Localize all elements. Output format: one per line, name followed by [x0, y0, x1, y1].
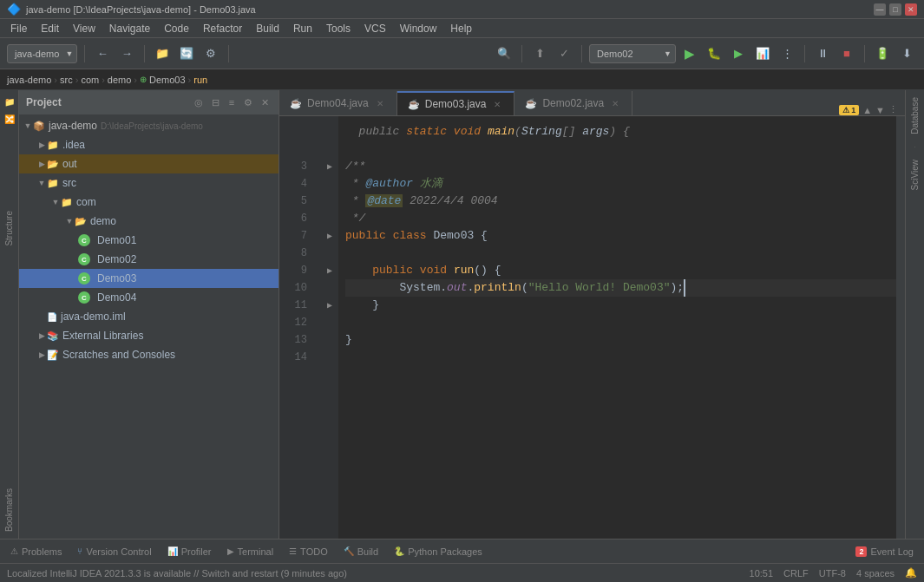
- breadcrumb-demo[interactable]: demo: [108, 75, 132, 85]
- status-notifications-icon[interactable]: 🔔: [905, 567, 917, 579]
- locate-file-icon[interactable]: ◎: [192, 95, 206, 109]
- breadcrumb-project[interactable]: java-demo: [7, 75, 51, 85]
- editor-scrollbar[interactable]: [896, 116, 905, 539]
- menu-build[interactable]: Build: [249, 21, 286, 36]
- sciview-panel-label[interactable]: SciView: [910, 156, 920, 193]
- project-dropdown[interactable]: java-demo ▼: [7, 44, 77, 63]
- project-panel: Project ◎ ⊟ ≡ ⚙ ✕ ▼ 📦 java-demo D:\IdeaP…: [19, 90, 279, 539]
- menu-view[interactable]: View: [66, 21, 102, 36]
- tree-demo[interactable]: ▼ 📂 demo: [19, 212, 279, 231]
- search-button[interactable]: 🔍: [494, 43, 514, 64]
- problems-tab[interactable]: ⚠ Problems: [3, 542, 69, 561]
- stop-button[interactable]: ■: [836, 43, 857, 64]
- tab-demo03[interactable]: ☕ Demo03.java ✕: [397, 91, 515, 115]
- structure-toggle-icon[interactable]: 🔀: [2, 111, 17, 127]
- menu-refactor[interactable]: Refactor: [196, 21, 249, 36]
- menu-navigate[interactable]: Navigate: [102, 21, 157, 36]
- menu-code[interactable]: Code: [157, 21, 196, 36]
- run-config-dropdown[interactable]: Demo02 ▼: [589, 44, 676, 63]
- tree-demo03[interactable]: C Demo03: [19, 269, 279, 288]
- tabs-more-icon[interactable]: ⋮: [888, 104, 898, 115]
- new-button[interactable]: 📁: [152, 43, 173, 64]
- profiler-tab[interactable]: 📊 Profiler: [161, 542, 219, 561]
- breadcrumb-src[interactable]: src: [60, 75, 73, 85]
- code-content[interactable]: public static void main(String[] args) {…: [338, 116, 896, 539]
- settings-panel-icon[interactable]: ⚙: [241, 95, 255, 109]
- settings-button[interactable]: ⚙: [200, 43, 221, 64]
- menu-run[interactable]: Run: [286, 21, 319, 36]
- status-line-ending[interactable]: CRLF: [783, 568, 809, 579]
- back-button[interactable]: ←: [92, 43, 113, 64]
- menu-vcs[interactable]: VCS: [357, 21, 393, 36]
- python-packages-tab[interactable]: 🐍 Python Packages: [387, 542, 489, 561]
- sort-icon[interactable]: ≡: [225, 95, 239, 109]
- version-control-tab[interactable]: ⑂ Version Control: [70, 542, 158, 561]
- gutter-fold-11[interactable]: ▶: [321, 297, 338, 314]
- breadcrumb-demo03[interactable]: ⊕Demo03: [140, 75, 186, 85]
- maximize-button[interactable]: □: [889, 3, 901, 16]
- breadcrumb-method[interactable]: run: [193, 75, 207, 85]
- breadcrumb-sep-2: ›: [75, 75, 79, 85]
- tree-scratches[interactable]: ▶ 📝 Scratches and Consoles: [19, 345, 279, 364]
- vc-update-button[interactable]: ⬆: [529, 43, 550, 64]
- status-indent[interactable]: 4 spaces: [856, 568, 895, 579]
- update-button[interactable]: ⬇: [896, 43, 917, 64]
- menu-tools[interactable]: Tools: [319, 21, 357, 36]
- tree-ext-libs[interactable]: ▶ 📚 External Libraries: [19, 326, 279, 345]
- title-bar-left: 🔷 java-demo [D:\IdeaProjects\java-demo] …: [7, 3, 256, 16]
- terminal-tab[interactable]: ▶ Terminal: [220, 542, 281, 561]
- tree-idea[interactable]: ▶ 📁 .idea: [19, 135, 279, 154]
- coverage-button[interactable]: ▶: [728, 43, 749, 64]
- tree-com[interactable]: ▼ 📁 com: [19, 193, 279, 212]
- more-run-button[interactable]: ⋮: [777, 43, 797, 64]
- tab-demo02-label: Demo02.java: [542, 97, 604, 109]
- todo-tab[interactable]: ☰ TODO: [282, 542, 335, 561]
- tab-demo03-close[interactable]: ✕: [491, 98, 503, 110]
- tree-root[interactable]: ▼ 📦 java-demo D:\IdeaProjects\java-demo: [19, 116, 279, 135]
- forward-button[interactable]: →: [116, 43, 137, 64]
- tree-iml[interactable]: 📄 java-demo.iml: [19, 307, 279, 326]
- menu-window[interactable]: Window: [393, 21, 444, 36]
- minimize-button[interactable]: —: [874, 3, 886, 16]
- breadcrumb-com[interactable]: com: [81, 75, 99, 85]
- tree-demo02[interactable]: C Demo02: [19, 250, 279, 269]
- debug-button[interactable]: 🐛: [704, 43, 724, 64]
- code-editor[interactable]: 3 4 5 6 7 8 9 10 11 12 13 14 ▶: [279, 116, 905, 539]
- menu-edit[interactable]: Edit: [34, 21, 66, 36]
- tabs-nav-up-icon[interactable]: ▲: [862, 105, 872, 115]
- status-encoding[interactable]: UTF-8: [819, 568, 846, 579]
- tab-demo04-close[interactable]: ✕: [374, 97, 386, 109]
- tree-out[interactable]: ▶ 📂 out: [19, 154, 279, 173]
- project-icon[interactable]: 📁: [2, 94, 17, 109]
- sync-button[interactable]: 🔄: [176, 43, 197, 64]
- database-panel-label[interactable]: Database: [910, 94, 920, 138]
- tree-demo04[interactable]: C Demo04: [19, 288, 279, 307]
- bookmarks-label[interactable]: Bookmarks: [4, 488, 14, 532]
- vc-commit-button[interactable]: ✓: [554, 43, 574, 64]
- menu-help[interactable]: Help: [443, 21, 479, 36]
- power-save-button[interactable]: 🔋: [872, 43, 893, 64]
- pause-button[interactable]: ⏸: [812, 43, 833, 64]
- build-tab[interactable]: 🔨 Build: [337, 542, 385, 561]
- code-line-10: System.out.println("Hello World! Demo03"…: [345, 279, 896, 297]
- tab-demo02-close[interactable]: ✕: [609, 97, 621, 109]
- tab-demo04[interactable]: ☕ Demo04.java ✕: [279, 91, 397, 115]
- run-button[interactable]: ▶: [679, 43, 700, 64]
- collapse-all-icon[interactable]: ⊟: [208, 95, 222, 109]
- structure-label[interactable]: Structure: [4, 211, 14, 246]
- gutter-fold-3[interactable]: ▶: [321, 158, 338, 175]
- profile-button[interactable]: 📊: [752, 43, 773, 64]
- status-time: 10:51: [750, 568, 774, 579]
- gutter-fold-9[interactable]: ▶: [321, 262, 338, 279]
- event-log-button[interactable]: 2 Event Log: [849, 546, 921, 557]
- menu-file[interactable]: File: [3, 21, 34, 36]
- demo02-name: Demo02: [97, 253, 136, 265]
- tabs-nav-down-icon[interactable]: ▼: [875, 105, 885, 115]
- close-panel-icon[interactable]: ✕: [258, 95, 272, 109]
- gutter-fold-7[interactable]: ▶: [321, 227, 338, 245]
- tree-src[interactable]: ▼ 📁 src: [19, 173, 279, 193]
- gutter-13: [321, 331, 338, 349]
- close-button[interactable]: ✕: [905, 3, 917, 16]
- tab-demo02[interactable]: ☕ Demo02.java ✕: [514, 91, 632, 115]
- tree-demo01[interactable]: C Demo01: [19, 231, 279, 250]
